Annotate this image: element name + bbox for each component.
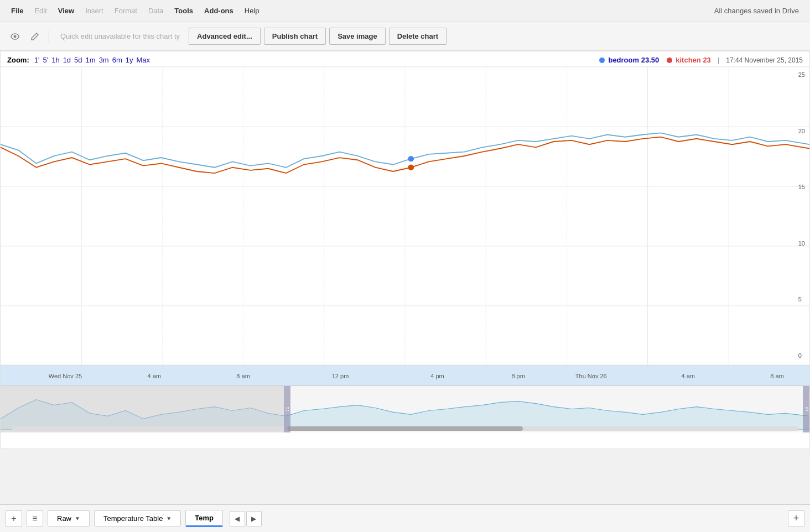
temperature-table-label: Temperature Table	[103, 514, 163, 523]
zoom-1m[interactable]: 1m	[86, 56, 96, 64]
menu-insert[interactable]: Insert	[80, 4, 109, 17]
svg-point-1	[14, 35, 17, 38]
quick-edit-text: Quick edit unavailable for this chart ty	[55, 32, 185, 40]
next-sheet-button[interactable]: ▶	[246, 511, 262, 526]
menu-addons[interactable]: Add-ons	[199, 4, 239, 17]
x-label-8am-2: 8 am	[770, 373, 783, 379]
publish-chart-button[interactable]: Publish chart	[264, 28, 326, 45]
nav-scrollbar[interactable]	[12, 426, 798, 431]
zoom-3m[interactable]: 3m	[99, 56, 109, 64]
eye-icon	[10, 32, 20, 41]
menu-edit[interactable]: Edit	[29, 4, 52, 17]
legend-timestamp: 17:44 November 25, 2015	[726, 56, 803, 64]
x-axis: Wed Nov 25 4 am 8 am 12 pm 4 pm 8 pm Thu…	[1, 366, 809, 385]
menu-data[interactable]: Data	[143, 4, 169, 17]
zoom-max[interactable]: Max	[136, 56, 150, 64]
add-sheet-button[interactable]: +	[6, 510, 22, 527]
zoom-6m[interactable]: 6m	[112, 56, 122, 64]
zoom-label: Zoom:	[7, 56, 29, 64]
zoom-5d[interactable]: 5d	[74, 56, 82, 64]
edit-icon-btn[interactable]	[27, 28, 43, 45]
zoom-1d[interactable]: 1d	[63, 56, 71, 64]
bedroom-legend-dot	[599, 58, 605, 63]
x-label-4am-2: 4 am	[681, 373, 694, 379]
raw-tab-label: Raw	[57, 514, 71, 523]
zoom-1h[interactable]: 1h	[51, 56, 59, 64]
menu-help[interactable]: Help	[239, 4, 265, 17]
x-label-4am-1: 4 am	[148, 373, 161, 379]
x-label-thunov26: Thu Nov 26	[575, 373, 607, 379]
nav-right-handle[interactable]: ⠿	[803, 386, 809, 432]
navigator[interactable]: ⠿ ⠿	[1, 385, 809, 432]
menu-tools[interactable]: Tools	[169, 4, 199, 17]
nav-left-handle[interactable]: ⠿	[284, 386, 290, 432]
bedroom-legend-label: bedroom 23.50	[608, 56, 659, 64]
chart-legend: bedroom 23.50 kitchen 23 | 17:44 Novembe…	[599, 56, 803, 64]
save-image-button[interactable]: Save image	[329, 28, 386, 45]
view-icon-btn[interactable]	[7, 28, 23, 45]
nav-scroll-thumb[interactable]	[287, 426, 523, 431]
sheets-menu-button[interactable]: ≡	[27, 510, 43, 527]
kitchen-legend-label: kitchen 23	[676, 56, 711, 64]
x-label-4pm: 4 pm	[430, 373, 444, 379]
kitchen-legend-dot	[667, 58, 672, 63]
prev-sheet-button[interactable]: ◀	[230, 511, 245, 526]
raw-tab-dropdown-icon: ▼	[75, 515, 80, 521]
x-label-8am-1: 8 am	[236, 373, 250, 379]
x-label-12pm: 12 pm	[332, 373, 349, 379]
zoom-1min[interactable]: 1'	[34, 56, 40, 64]
zoom-1y[interactable]: 1y	[126, 56, 133, 64]
kitchen-datapoint	[408, 165, 414, 170]
legend-separator: |	[718, 56, 719, 64]
add-new-sheet-button[interactable]: +	[788, 510, 804, 527]
zoom-5min[interactable]: 5'	[43, 56, 48, 64]
menu-file[interactable]: File	[6, 4, 29, 17]
x-label-8pm: 8 pm	[511, 373, 525, 379]
temperature-table-dropdown-icon: ▼	[166, 515, 172, 521]
menu-view[interactable]: View	[53, 4, 80, 17]
bedroom-datapoint	[408, 156, 414, 161]
menu-bar: File Edit View Insert Format Data Tools …	[0, 0, 810, 22]
bottom-bar: + ≡ Raw ▼ Temperature Table ▼ Temp ◀ ▶ +	[0, 504, 810, 532]
delete-chart-button[interactable]: Delete chart	[389, 28, 446, 45]
right-handle-icon: ⠿	[805, 406, 808, 413]
save-status: All changes saved in Drive	[714, 7, 804, 15]
left-handle-icon: ⠿	[285, 406, 288, 413]
main-chart-svg[interactable]	[1, 67, 809, 366]
sheet-nav-arrows: ◀ ▶	[230, 511, 262, 526]
advanced-edit-button[interactable]: Advanced edit...	[189, 28, 261, 45]
chart-area-wrapper: 25 20 15 10 5 0	[1, 67, 809, 366]
chart-toolbar: Quick edit unavailable for this chart ty…	[0, 22, 810, 51]
raw-tab[interactable]: Raw ▼	[48, 510, 90, 526]
temp-tab-label: Temp	[195, 514, 214, 522]
chart-header: Zoom: 1' 5' 1h 1d 5d 1m 3m 6m 1y Max bed…	[1, 51, 809, 67]
nav-left-unselected	[1, 386, 284, 432]
chart-container: Zoom: 1' 5' 1h 1d 5d 1m 3m 6m 1y Max bed…	[0, 51, 810, 449]
temperature-table-tab[interactable]: Temperature Table ▼	[94, 510, 181, 526]
pencil-icon	[30, 32, 39, 41]
menu-format[interactable]: Format	[109, 4, 143, 17]
temp-tab[interactable]: Temp	[185, 510, 223, 527]
toolbar-separator-1	[49, 30, 49, 43]
x-label-wednov25: Wed Nov 25	[49, 373, 82, 379]
